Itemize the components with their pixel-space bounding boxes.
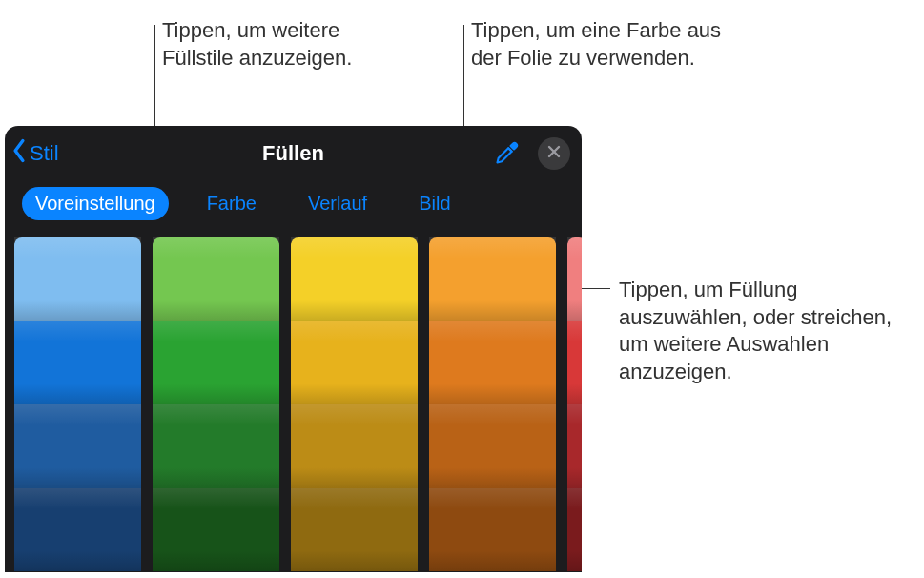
tab-image[interactable]: Bild bbox=[405, 187, 463, 220]
color-swatch[interactable] bbox=[153, 321, 279, 405]
chevron-left-icon bbox=[10, 138, 28, 169]
color-swatch[interactable] bbox=[567, 488, 582, 572]
color-swatch[interactable] bbox=[14, 488, 141, 572]
color-swatch[interactable] bbox=[567, 321, 582, 405]
color-swatch[interactable] bbox=[153, 237, 279, 321]
swatch-column bbox=[291, 237, 418, 571]
color-swatch[interactable] bbox=[153, 488, 279, 572]
color-swatch[interactable] bbox=[14, 321, 141, 405]
eyedropper-icon bbox=[494, 139, 521, 170]
close-button[interactable] bbox=[538, 137, 570, 170]
panel-header: Stil Füllen bbox=[5, 126, 582, 181]
tab-gradient[interactable]: Verlauf bbox=[295, 187, 380, 220]
color-swatch[interactable] bbox=[291, 237, 418, 321]
color-swatch[interactable] bbox=[567, 237, 582, 321]
panel-title: Füllen bbox=[262, 141, 324, 166]
fill-tabs: Voreinstellung Farbe Verlauf Bild bbox=[5, 181, 582, 232]
color-swatch[interactable] bbox=[429, 404, 556, 488]
color-swatch[interactable] bbox=[429, 488, 556, 572]
color-swatch[interactable] bbox=[429, 321, 556, 405]
color-swatch[interactable] bbox=[291, 488, 418, 572]
color-swatch[interactable] bbox=[14, 404, 141, 488]
fill-panel: Stil Füllen Voreinstellung Farbe bbox=[5, 126, 582, 572]
swatch-scroll-area[interactable] bbox=[5, 232, 582, 571]
callout-fill-styles: Tippen, um weitere Füllstile anzuzeigen. bbox=[162, 17, 410, 72]
swatch-grid bbox=[14, 237, 582, 571]
back-button[interactable]: Stil bbox=[10, 126, 59, 181]
color-swatch[interactable] bbox=[291, 404, 418, 488]
back-button-label: Stil bbox=[30, 141, 59, 166]
tab-color[interactable]: Farbe bbox=[194, 187, 270, 220]
color-swatch[interactable] bbox=[14, 237, 141, 321]
color-swatch[interactable] bbox=[291, 321, 418, 405]
color-swatch[interactable] bbox=[153, 404, 279, 488]
color-swatch[interactable] bbox=[567, 404, 582, 488]
swatch-column bbox=[153, 237, 279, 571]
tab-preset[interactable]: Voreinstellung bbox=[22, 187, 169, 220]
callout-swatches: Tippen, um Füllung auszuwählen, oder str… bbox=[619, 277, 910, 385]
swatch-column bbox=[567, 237, 582, 571]
eyedropper-button[interactable] bbox=[492, 139, 523, 170]
callout-eyedropper: Tippen, um eine Farbe aus der Folie zu v… bbox=[471, 17, 738, 72]
color-swatch[interactable] bbox=[429, 237, 556, 321]
swatch-column bbox=[429, 237, 556, 571]
close-icon bbox=[547, 145, 561, 162]
swatch-column bbox=[14, 237, 141, 571]
